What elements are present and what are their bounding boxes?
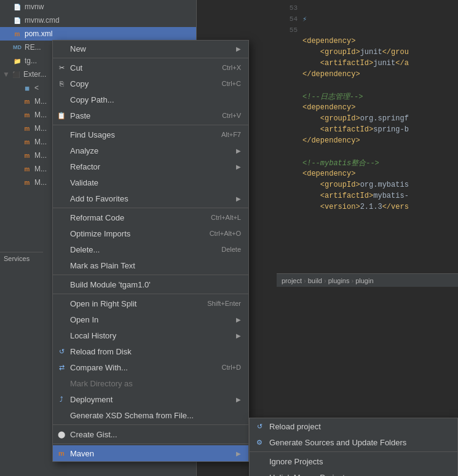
menu-item-deployment[interactable]: ⤴ Deployment ▶ — [53, 391, 248, 407]
breadcrumb-item[interactable]: build — [308, 277, 322, 284]
menu-item-validate[interactable]: Validate — [53, 174, 248, 190]
menu-separator — [53, 294, 248, 294]
menu-item-generate-xsd[interactable]: Generate XSD Schema from File... — [53, 407, 248, 423]
breadcrumb-item[interactable]: plugins — [328, 277, 350, 284]
menu-separator — [53, 208, 248, 208]
submenu-item-label: Unlink Maven Projects — [269, 473, 349, 477]
m-icon: m — [22, 178, 32, 187]
code-line: <artifactId>junit</a — [279, 58, 456, 69]
menu-item-label: Refactor — [70, 162, 100, 171]
code-panel: 53 54 ⚡ 55 <dependency> <groupId>junit</… — [277, 0, 458, 273]
menu-separator — [53, 275, 248, 275]
file-tree-item[interactable]: 📄 mvnw.cmd — [0, 14, 196, 27]
submenu-item-label: Generate Sources and Update Folders — [269, 438, 406, 447]
menu-item-analyze[interactable]: Analyze ▶ — [53, 142, 248, 158]
menu-item-mark-directory[interactable]: Mark Directory as — [53, 375, 248, 391]
submenu-arrow-icon: ▶ — [236, 195, 241, 202]
menu-separator — [53, 58, 248, 58]
shortcut-label: Ctrl+C — [222, 80, 241, 87]
gen-icon: ⚙ — [255, 437, 264, 447]
menu-item-paste[interactable]: 📋 Paste Ctrl+V — [53, 107, 248, 123]
file-icon: 📄 — [12, 2, 22, 12]
menu-item-copy[interactable]: ⎘ Copy Ctrl+C — [53, 76, 248, 92]
menu-item-add-favorites[interactable]: Add to Favorites ▶ — [53, 190, 248, 206]
shortcut-label: Delete — [221, 246, 241, 253]
menu-item-new[interactable]: New ▶ — [53, 41, 248, 57]
breadcrumb-separator: › — [351, 277, 353, 284]
submenu-item-generate-sources[interactable]: ⚙ Generate Sources and Update Folders — [250, 434, 457, 450]
reload-icon: ↺ — [57, 346, 66, 356]
folder-icon: 📁 — [12, 56, 22, 66]
code-line: <version>2.1.3</vers — [279, 201, 456, 213]
m-icon: m — [22, 150, 32, 160]
menu-item-optimize-imports[interactable]: Optimize Imports Ctrl+Alt+O — [53, 225, 248, 241]
menu-item-label: Create Gist... — [70, 430, 117, 439]
menu-item-create-gist[interactable]: ⬤ Create Gist... — [53, 426, 248, 442]
submenu-item-unlink[interactable]: — Unlink Maven Projects — [250, 469, 457, 476]
menu-item-label: Paste — [70, 111, 90, 120]
code-line: <dependency> — [279, 102, 456, 113]
code-line: 55 — [279, 25, 456, 36]
code-line: <groupId>junit</grou — [279, 47, 456, 58]
menu-item-label: Build Module 'tgam1.0' — [70, 280, 151, 289]
menu-item-label: Copy Path... — [70, 95, 114, 104]
menu-item-cut[interactable]: ✂ Cut Ctrl+X — [53, 60, 248, 76]
code-line: <artifactId>spring-b — [279, 124, 456, 135]
menu-item-build-module[interactable]: Build Module 'tgam1.0' — [53, 276, 248, 292]
submenu-arrow-icon: ▶ — [236, 45, 241, 52]
shortcut-label: Ctrl+V — [222, 112, 241, 119]
scissors-icon: ✂ — [57, 63, 66, 72]
menu-item-label: Cut — [70, 63, 82, 72]
menu-item-maven[interactable]: m Maven ▶ — [53, 445, 248, 461]
reload-icon: ↺ — [255, 421, 264, 431]
menu-item-label: Copy — [70, 79, 89, 88]
file-tree-item[interactable]: 📄 mvnw — [0, 0, 196, 14]
menu-item-reload-disk[interactable]: ↺ Reload from Disk — [53, 343, 248, 359]
menu-item-label: Compare With... — [70, 363, 128, 372]
menu-item-label: Deployment — [70, 395, 113, 404]
menu-item-refactor[interactable]: Refactor ▶ — [53, 158, 248, 174]
submenu-arrow-icon: ▶ — [236, 147, 241, 154]
file-icon: 📄 — [12, 15, 22, 25]
shortcut-label: Ctrl+X — [222, 64, 241, 71]
m-icon: m — [22, 110, 32, 120]
shortcut-label: Ctrl+Alt+O — [210, 230, 241, 237]
menu-item-open-in[interactable]: Open In ▶ — [53, 311, 248, 327]
submenu-arrow-icon: ▶ — [236, 332, 241, 339]
copy-icon: ⎘ — [57, 79, 66, 88]
services-label: Services — [0, 252, 43, 265]
menu-item-open-right-split[interactable]: Open in Right Split Shift+Enter — [53, 295, 248, 311]
lib-icon: ⬛ — [11, 69, 21, 79]
breadcrumb-separator: › — [324, 277, 326, 284]
submenu-item-reload[interactable]: ↺ Reload project — [250, 418, 457, 434]
menu-item-label: Reformat Code — [70, 213, 124, 222]
file-tree-item-pomxml[interactable]: m pom.xml — [0, 27, 196, 41]
deploy-icon: ⤴ — [57, 394, 66, 404]
menu-item-mark-plain[interactable]: Mark as Plain Text — [53, 257, 248, 273]
m-icon: m — [22, 96, 32, 106]
m-icon: m — [22, 123, 32, 133]
menu-separator — [53, 424, 248, 425]
submenu-arrow-icon: ▶ — [236, 450, 241, 457]
menu-item-compare[interactable]: ⇄ Compare With... Ctrl+D — [53, 359, 248, 375]
maven-icon: m — [57, 448, 66, 458]
unlink-icon: — — [255, 472, 264, 476]
breadcrumb-item[interactable]: project — [282, 277, 302, 284]
code-line — [279, 80, 456, 91]
menu-item-copy-path[interactable]: Copy Path... — [53, 92, 248, 107]
menu-item-find-usages[interactable]: Find Usages Alt+F7 — [53, 127, 248, 142]
menu-item-label: Mark as Plain Text — [70, 261, 135, 270]
menu-item-label: Open in Right Split — [70, 299, 136, 308]
menu-separator — [53, 125, 248, 125]
submenu-arrow-icon: ▶ — [236, 163, 241, 170]
context-menu: New ▶ ✂ Cut Ctrl+X ⎘ Copy Ctrl+C Copy Pa… — [52, 40, 249, 462]
code-line: </dependency> — [279, 135, 456, 146]
md-icon: MD — [12, 42, 22, 52]
breadcrumb-item[interactable]: plugin — [355, 277, 373, 284]
menu-item-reformat[interactable]: Reformat Code Ctrl+Alt+L — [53, 209, 248, 225]
code-line: <!--mybatis整合--> — [279, 157, 456, 168]
menu-item-delete[interactable]: Delete... Delete — [53, 241, 248, 257]
submenu-arrow-icon: ▶ — [236, 396, 241, 403]
menu-item-local-history[interactable]: Local History ▶ — [53, 327, 248, 343]
submenu-item-ignore[interactable]: Ignore Projects — [250, 453, 457, 469]
